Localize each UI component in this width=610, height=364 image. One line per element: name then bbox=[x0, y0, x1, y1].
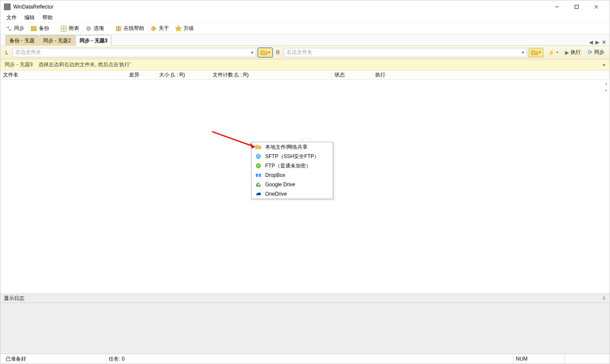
menu-help[interactable]: 帮助 bbox=[39, 13, 56, 22]
compare-button[interactable]: ⚡ ▾ bbox=[545, 48, 561, 57]
tool-sync-label: 同步 bbox=[14, 25, 24, 32]
chevron-down-icon: ▾ bbox=[251, 50, 253, 55]
tab-sync-3[interactable]: 同步 - 无题3 bbox=[76, 35, 111, 46]
tab-close-icon[interactable]: ✕ bbox=[602, 39, 606, 45]
dd-sftp-label: SFTP（SSH安全FTP） bbox=[265, 153, 319, 160]
infobar-hint: 选择左边和右边的文件夹, 然后点击'执行' bbox=[38, 61, 130, 68]
right-folder-placeholder: 右边文件夹 bbox=[287, 49, 312, 56]
logpanel-header[interactable]: 显示日志 ⇩ bbox=[0, 294, 610, 303]
col-status[interactable]: 状态 bbox=[332, 70, 373, 79]
svg-rect-1 bbox=[575, 5, 578, 9]
tool-about-label: 关于 bbox=[159, 25, 169, 32]
tool-about[interactable]: 关于 bbox=[148, 24, 172, 33]
tool-backup[interactable]: 备份 bbox=[28, 24, 52, 33]
dropbox-icon bbox=[255, 172, 262, 179]
tool-backup-label: 备份 bbox=[39, 25, 49, 32]
dd-sftp[interactable]: SFTP（SSH安全FTP） bbox=[252, 152, 333, 161]
book-icon bbox=[115, 25, 122, 32]
left-browse-button[interactable]: ▾ bbox=[258, 48, 272, 57]
titlebar: WinDataReflector bbox=[0, 0, 610, 13]
chevron-down-icon: ▾ bbox=[522, 50, 524, 55]
svg-point-10 bbox=[256, 154, 261, 159]
scroll-right-icon[interactable]: ▸ bbox=[603, 87, 610, 94]
tool-options-label: 选项 bbox=[94, 25, 104, 32]
dd-local[interactable]: 本地文件/网络共享 bbox=[252, 142, 333, 152]
tool-upgrade-label: 升级 bbox=[184, 25, 194, 32]
status-ready: 已准备好 bbox=[3, 354, 106, 364]
col-exec[interactable]: 执行 bbox=[373, 70, 610, 79]
table-icon bbox=[60, 25, 67, 32]
logpanel-title-text: 显示日志 bbox=[4, 295, 24, 302]
content-scrollbar[interactable]: ▴ ▸ bbox=[603, 80, 610, 294]
maximize-icon bbox=[574, 5, 579, 9]
col-size[interactable]: 大小 (L : R) bbox=[157, 70, 210, 79]
tool-upgrade[interactable]: 升级 bbox=[172, 24, 196, 33]
grid-header: 文件名 差异 大小 (L : R) 文件计数 (L : R) 状态 执行 bbox=[0, 70, 610, 80]
gdrive-icon bbox=[255, 181, 262, 188]
dd-local-label: 本地文件/网络共享 bbox=[265, 144, 308, 151]
menu-file[interactable]: 文件 bbox=[3, 13, 20, 22]
tool-sync[interactable]: 同步 bbox=[3, 24, 27, 33]
menubar: 文件 编辑 帮助 bbox=[0, 13, 610, 23]
pathbar: L 左边文件夹 ▾ ▾ R 右边文件夹 ▾ ▾ ⚡ ▾ ▶ 执行 ⟳ 同步 bbox=[0, 46, 610, 59]
minimize-icon bbox=[555, 5, 559, 9]
sftp-icon bbox=[255, 153, 262, 160]
folder-icon bbox=[255, 144, 262, 150]
dd-gdrive[interactable]: Google Drive bbox=[252, 180, 333, 189]
dd-dropbox[interactable]: DropBox bbox=[252, 170, 333, 180]
dd-ftp[interactable]: FTP（普通未加密） bbox=[252, 161, 333, 170]
tab-scroll-left-icon[interactable]: ◀ bbox=[589, 39, 593, 45]
right-folder-input[interactable]: 右边文件夹 ▾ bbox=[284, 48, 527, 57]
dd-onedrive-label: OneDrive bbox=[265, 191, 287, 197]
tool-options[interactable]: 选项 bbox=[83, 24, 107, 33]
refresh-icon: ⟳ bbox=[588, 49, 592, 56]
dd-gdrive-label: Google Drive bbox=[265, 182, 295, 188]
toolbar: 同步 备份 附表 选项 在线帮助 关于 升级 bbox=[0, 23, 610, 35]
star-icon bbox=[175, 25, 182, 32]
tool-attach[interactable]: 附表 bbox=[58, 24, 82, 33]
col-diff[interactable]: 差异 bbox=[127, 70, 157, 79]
dd-onedrive[interactable]: OneDrive bbox=[252, 189, 333, 199]
sync-button[interactable]: ⟳ 同步 bbox=[585, 48, 607, 57]
tab-backup[interactable]: 备份 - 无题 bbox=[6, 35, 38, 46]
sync-arrows-icon bbox=[6, 25, 12, 32]
minimize-button[interactable] bbox=[547, 0, 567, 13]
tool-onlinehelp-label: 在线帮助 bbox=[124, 25, 144, 32]
status-tasks: 任务: 0 bbox=[106, 354, 513, 364]
right-browse-button[interactable]: ▾ bbox=[529, 48, 543, 57]
ftp-icon bbox=[255, 162, 262, 169]
infobar-task-name: 同步 - 无题3 bbox=[5, 61, 33, 68]
label-left: L bbox=[3, 50, 11, 56]
logpanel bbox=[0, 303, 610, 354]
onedrive-icon bbox=[255, 191, 262, 197]
tabstrip: 备份 - 无题 同步 - 无题2 同步 - 无题3 ◀ ▶ ✕ bbox=[0, 35, 610, 46]
execute-label: 执行 bbox=[571, 49, 581, 56]
svg-rect-4 bbox=[31, 26, 36, 31]
chevron-down-icon[interactable]: ▾ bbox=[603, 62, 605, 68]
content-area: 安下载 anxz.com ▴ ▸ 本地文件/网络共享 SFTP（SSH安全FTP… bbox=[0, 80, 610, 294]
folder-icon bbox=[261, 50, 267, 55]
close-icon bbox=[594, 5, 598, 9]
execute-button[interactable]: ▶ 执行 bbox=[563, 48, 583, 57]
play-icon: ▶ bbox=[565, 50, 569, 56]
sync-label: 同步 bbox=[594, 49, 604, 56]
chevron-down-icon: ▾ bbox=[268, 50, 270, 54]
col-filename[interactable]: 文件名 bbox=[0, 70, 127, 79]
col-count[interactable]: 文件计数 (L : R) bbox=[210, 70, 332, 79]
scroll-up-icon[interactable]: ▴ bbox=[603, 80, 610, 87]
status-spacer bbox=[564, 354, 607, 364]
dd-ftp-label: FTP（普通未加密） bbox=[265, 162, 311, 170]
tab-scroll-right-icon[interactable]: ▶ bbox=[595, 39, 599, 45]
tag-icon bbox=[150, 25, 157, 32]
gear-icon bbox=[85, 25, 92, 32]
folder-icon bbox=[531, 50, 538, 55]
maximize-button[interactable] bbox=[567, 0, 586, 13]
close-button[interactable] bbox=[586, 0, 606, 13]
tab-sync-2[interactable]: 同步 - 无题2 bbox=[39, 35, 75, 46]
tool-onlinehelp[interactable]: 在线帮助 bbox=[113, 24, 147, 33]
app-icon bbox=[4, 3, 11, 10]
menu-edit[interactable]: 编辑 bbox=[21, 13, 38, 22]
dd-dropbox-label: DropBox bbox=[265, 172, 285, 178]
left-folder-input[interactable]: 左边文件夹 ▾ bbox=[12, 48, 256, 57]
pin-icon[interactable]: ⇩ bbox=[602, 295, 606, 301]
